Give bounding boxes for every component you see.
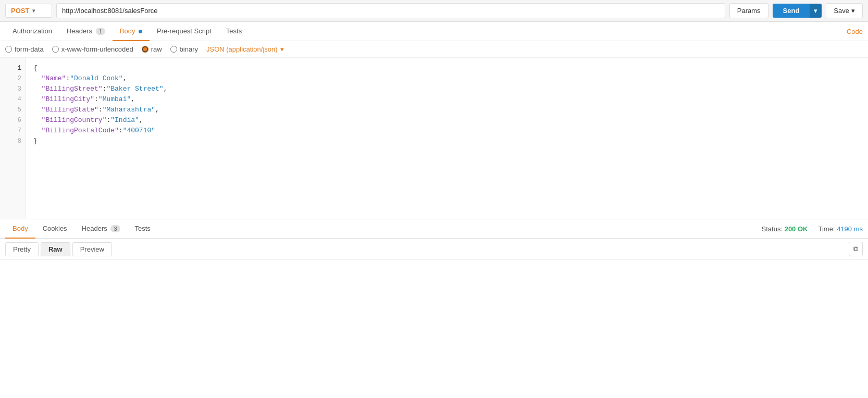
- line-num-1: 1: [0, 63, 26, 73]
- time-label: Time: 4190 ms: [818, 225, 863, 233]
- line-num-3: 3: [0, 84, 26, 94]
- save-button[interactable]: Save ▾: [826, 3, 863, 18]
- resp-tab-cookies[interactable]: Cookies: [35, 219, 75, 239]
- view-preview-button[interactable]: Preview: [72, 242, 112, 256]
- code-line-7: "BillingPostalCode":"400710": [33, 127, 155, 134]
- code-line-2: "Name":"Donald Cook",: [33, 74, 127, 82]
- line-num-6: 6: [0, 115, 26, 126]
- code-line-1: {: [33, 64, 38, 72]
- response-body: [0, 260, 868, 343]
- code-line-4: "BillingCity":"Mumbai",: [33, 95, 135, 103]
- status-value: 200 OK: [785, 225, 808, 233]
- binary-radio[interactable]: [170, 46, 177, 53]
- response-tabs-bar: Body Cookies Headers 3 Tests Status: 200…: [0, 219, 868, 239]
- json-type-chevron-icon: ▾: [280, 45, 284, 53]
- code-line-8: }: [33, 137, 38, 145]
- code-editor[interactable]: { "Name":"Donald Cook", "BillingStreet":…: [26, 58, 868, 219]
- tab-pre-request-script[interactable]: Pre-request Script: [150, 22, 219, 41]
- request-tabs: Authorization Headers 1 Body Pre-request…: [0, 22, 868, 41]
- line-num-5: 5: [0, 105, 26, 115]
- method-chevron-icon: ▾: [32, 8, 35, 14]
- line-numbers: 1 2 3 4 5 6 7 8: [0, 58, 26, 219]
- status-label: Status: 200 OK: [762, 225, 808, 233]
- form-data-option[interactable]: form-data: [5, 45, 44, 53]
- code-line-5: "BillingState":"Maharashtra",: [33, 106, 159, 114]
- send-button-group: Send ▾: [773, 4, 822, 18]
- raw-option[interactable]: raw: [142, 45, 162, 53]
- send-dropdown-button[interactable]: ▾: [810, 4, 822, 18]
- save-chevron-icon: ▾: [851, 7, 855, 15]
- resp-headers-badge: 3: [110, 225, 120, 232]
- line-num-2: 2: [0, 73, 26, 84]
- urlencoded-radio[interactable]: [52, 46, 59, 53]
- resp-tab-body[interactable]: Body: [5, 219, 35, 239]
- response-view-tabs: Pretty Raw Preview ⧉: [0, 239, 868, 260]
- url-input[interactable]: [56, 3, 725, 18]
- json-type-button[interactable]: JSON (application/json) ▾: [206, 45, 284, 53]
- view-raw-button[interactable]: Raw: [41, 242, 70, 256]
- resp-tab-headers[interactable]: Headers 3: [75, 219, 128, 239]
- copy-button[interactable]: ⧉: [849, 242, 863, 256]
- params-button[interactable]: Params: [729, 3, 768, 18]
- method-label: POST: [11, 7, 29, 15]
- line-num-7: 7: [0, 126, 26, 136]
- editor-area: 1 2 3 4 5 6 7 8 { "Name":"Donald Cook", …: [0, 58, 868, 219]
- tab-headers[interactable]: Headers 1: [59, 22, 113, 41]
- time-value: 4190 ms: [837, 225, 863, 233]
- tab-body[interactable]: Body: [113, 22, 150, 41]
- code-line-6: "BillingCountry":"India",: [33, 116, 143, 124]
- method-select[interactable]: POST ▾: [5, 4, 52, 18]
- tab-authorization[interactable]: Authorization: [5, 22, 59, 41]
- send-button[interactable]: Send: [773, 4, 810, 18]
- line-num-4: 4: [0, 94, 26, 105]
- raw-radio[interactable]: [142, 46, 148, 53]
- form-data-radio[interactable]: [5, 46, 12, 53]
- tab-tests[interactable]: Tests: [219, 22, 249, 41]
- code-line-3: "BillingStreet":"Baker Street",: [33, 85, 167, 93]
- body-dot: [139, 30, 142, 33]
- headers-badge: 1: [96, 28, 105, 35]
- line-num-8: 8: [0, 136, 26, 146]
- code-link[interactable]: Code: [847, 28, 863, 35]
- status-info: Status: 200 OK Time: 4190 ms: [762, 225, 863, 233]
- binary-option[interactable]: binary: [170, 45, 198, 53]
- top-bar: POST ▾ Params Send ▾ Save ▾: [0, 0, 868, 22]
- body-options: form-data x-www-form-urlencoded raw bina…: [0, 41, 868, 58]
- urlencoded-option[interactable]: x-www-form-urlencoded: [52, 45, 133, 53]
- resp-tab-tests[interactable]: Tests: [128, 219, 158, 239]
- view-pretty-button[interactable]: Pretty: [5, 242, 39, 256]
